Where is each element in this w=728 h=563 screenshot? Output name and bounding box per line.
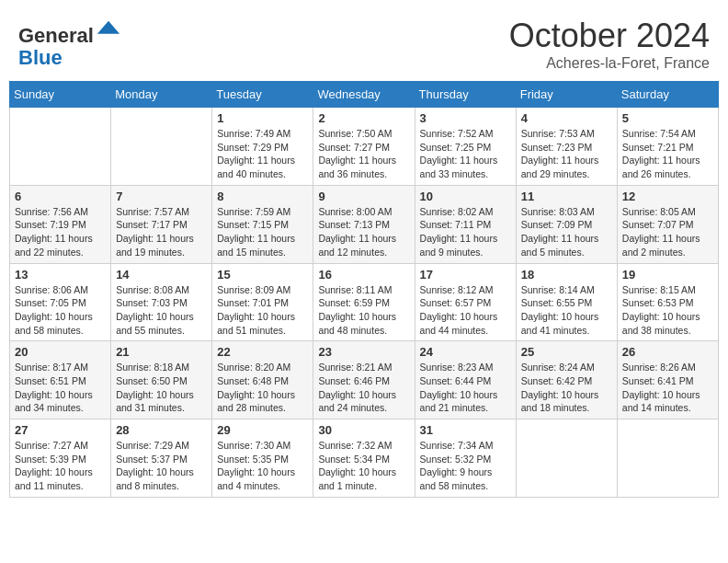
day-info: Sunrise: 7:54 AMSunset: 7:21 PMDaylight:… xyxy=(622,127,713,181)
day-info: Sunrise: 7:32 AMSunset: 5:34 PMDaylight:… xyxy=(318,439,409,493)
day-number: 22 xyxy=(217,345,308,359)
day-number: 28 xyxy=(116,423,207,437)
calendar-cell: 31Sunrise: 7:34 AMSunset: 5:32 PMDayligh… xyxy=(415,419,516,498)
day-info: Sunrise: 7:34 AMSunset: 5:32 PMDaylight:… xyxy=(420,439,511,493)
calendar-cell: 16Sunrise: 8:11 AMSunset: 6:59 PMDayligh… xyxy=(313,263,415,341)
day-info: Sunrise: 8:02 AMSunset: 7:11 PMDaylight:… xyxy=(420,205,511,259)
day-info: Sunrise: 7:29 AMSunset: 5:37 PMDaylight:… xyxy=(116,439,207,493)
location: Acheres-la-Foret, France xyxy=(509,55,710,72)
calendar-cell: 4Sunrise: 7:53 AMSunset: 7:23 PMDaylight… xyxy=(516,108,617,186)
day-info: Sunrise: 7:49 AMSunset: 7:29 PMDaylight:… xyxy=(217,127,308,181)
calendar-cell: 23Sunrise: 8:21 AMSunset: 6:46 PMDayligh… xyxy=(313,341,415,419)
calendar-cell: 6Sunrise: 7:56 AMSunset: 7:19 PMDaylight… xyxy=(10,185,111,263)
day-of-week-header: Thursday xyxy=(415,82,516,108)
title-section: October 2024 Acheres-la-Foret, France xyxy=(509,17,710,72)
calendar-cell: 30Sunrise: 7:32 AMSunset: 5:34 PMDayligh… xyxy=(313,419,415,498)
calendar-cell: 7Sunrise: 7:57 AMSunset: 7:17 PMDaylight… xyxy=(111,185,212,263)
calendar-cell: 21Sunrise: 8:18 AMSunset: 6:50 PMDayligh… xyxy=(111,341,212,419)
day-info: Sunrise: 8:26 AMSunset: 6:41 PMDaylight:… xyxy=(622,361,713,415)
day-info: Sunrise: 8:15 AMSunset: 6:53 PMDaylight:… xyxy=(622,283,713,338)
calendar-cell: 29Sunrise: 7:30 AMSunset: 5:35 PMDayligh… xyxy=(212,419,313,498)
day-of-week-header: Friday xyxy=(516,82,617,108)
day-number: 25 xyxy=(521,345,612,359)
svg-marker-0 xyxy=(97,21,119,34)
day-info: Sunrise: 7:50 AMSunset: 7:27 PMDaylight:… xyxy=(318,127,409,181)
day-info: Sunrise: 8:05 AMSunset: 7:07 PMDaylight:… xyxy=(622,205,713,259)
day-of-week-header: Tuesday xyxy=(212,82,313,108)
day-number: 31 xyxy=(420,423,511,437)
calendar-week-row: 1Sunrise: 7:49 AMSunset: 7:29 PMDaylight… xyxy=(10,108,719,186)
calendar-cell: 2Sunrise: 7:50 AMSunset: 7:27 PMDaylight… xyxy=(313,108,415,186)
calendar-week-row: 6Sunrise: 7:56 AMSunset: 7:19 PMDaylight… xyxy=(10,185,719,263)
calendar-cell: 27Sunrise: 7:27 AMSunset: 5:39 PMDayligh… xyxy=(10,419,111,498)
day-info: Sunrise: 7:30 AMSunset: 5:35 PMDaylight:… xyxy=(217,439,308,493)
day-of-week-header: Sunday xyxy=(10,82,111,108)
day-number: 21 xyxy=(116,345,207,359)
calendar-week-row: 27Sunrise: 7:27 AMSunset: 5:39 PMDayligh… xyxy=(10,419,719,498)
day-info: Sunrise: 8:17 AMSunset: 6:51 PMDaylight:… xyxy=(15,361,106,415)
calendar-cell xyxy=(10,108,111,186)
calendar-cell: 19Sunrise: 8:15 AMSunset: 6:53 PMDayligh… xyxy=(617,263,718,341)
calendar-cell: 3Sunrise: 7:52 AMSunset: 7:25 PMDaylight… xyxy=(415,108,516,186)
logo-blue: Blue xyxy=(18,46,63,69)
day-info: Sunrise: 7:59 AMSunset: 7:15 PMDaylight:… xyxy=(217,205,308,259)
day-info: Sunrise: 8:14 AMSunset: 6:55 PMDaylight:… xyxy=(521,283,612,338)
day-info: Sunrise: 7:56 AMSunset: 7:19 PMDaylight:… xyxy=(15,205,106,259)
day-number: 14 xyxy=(116,268,207,282)
day-info: Sunrise: 7:27 AMSunset: 5:39 PMDaylight:… xyxy=(15,439,106,493)
day-info: Sunrise: 8:24 AMSunset: 6:42 PMDaylight:… xyxy=(521,361,612,415)
day-number: 23 xyxy=(318,345,409,359)
day-info: Sunrise: 8:20 AMSunset: 6:48 PMDaylight:… xyxy=(217,361,308,415)
calendar-cell: 1Sunrise: 7:49 AMSunset: 7:29 PMDaylight… xyxy=(212,108,313,186)
calendar-cell: 14Sunrise: 8:08 AMSunset: 7:03 PMDayligh… xyxy=(111,263,212,341)
day-info: Sunrise: 7:53 AMSunset: 7:23 PMDaylight:… xyxy=(521,127,612,181)
calendar-cell: 25Sunrise: 8:24 AMSunset: 6:42 PMDayligh… xyxy=(516,341,617,419)
day-info: Sunrise: 7:57 AMSunset: 7:17 PMDaylight:… xyxy=(116,205,207,259)
logo-general: General xyxy=(18,24,94,47)
day-number: 2 xyxy=(318,111,409,125)
day-number: 6 xyxy=(15,190,106,203)
day-number: 1 xyxy=(217,111,308,125)
calendar-week-row: 20Sunrise: 8:17 AMSunset: 6:51 PMDayligh… xyxy=(10,341,719,419)
calendar-cell: 24Sunrise: 8:23 AMSunset: 6:44 PMDayligh… xyxy=(415,341,516,419)
calendar-cell: 12Sunrise: 8:05 AMSunset: 7:07 PMDayligh… xyxy=(617,185,718,263)
day-number: 4 xyxy=(521,111,612,125)
day-info: Sunrise: 8:00 AMSunset: 7:13 PMDaylight:… xyxy=(318,205,409,259)
day-number: 16 xyxy=(318,268,409,282)
calendar-cell xyxy=(516,419,617,498)
calendar-cell: 18Sunrise: 8:14 AMSunset: 6:55 PMDayligh… xyxy=(516,263,617,341)
day-info: Sunrise: 8:23 AMSunset: 6:44 PMDaylight:… xyxy=(420,361,511,415)
day-info: Sunrise: 8:11 AMSunset: 6:59 PMDaylight:… xyxy=(318,283,409,338)
day-number: 19 xyxy=(622,268,713,282)
day-number: 18 xyxy=(521,268,612,282)
calendar-cell: 10Sunrise: 8:02 AMSunset: 7:11 PMDayligh… xyxy=(415,185,516,263)
calendar-week-row: 13Sunrise: 8:06 AMSunset: 7:05 PMDayligh… xyxy=(10,263,719,341)
calendar-cell: 9Sunrise: 8:00 AMSunset: 7:13 PMDaylight… xyxy=(313,185,415,263)
calendar-cell: 5Sunrise: 7:54 AMSunset: 7:21 PMDaylight… xyxy=(617,108,718,186)
day-number: 24 xyxy=(420,345,511,359)
day-of-week-header: Monday xyxy=(111,82,212,108)
calendar-table: SundayMondayTuesdayWednesdayThursdayFrid… xyxy=(9,81,719,498)
day-info: Sunrise: 8:08 AMSunset: 7:03 PMDaylight:… xyxy=(116,283,207,338)
day-number: 8 xyxy=(217,190,308,203)
day-info: Sunrise: 8:12 AMSunset: 6:57 PMDaylight:… xyxy=(420,283,511,338)
day-number: 5 xyxy=(622,111,713,125)
day-number: 26 xyxy=(622,345,713,359)
calendar-cell xyxy=(617,419,718,498)
day-info: Sunrise: 8:21 AMSunset: 6:46 PMDaylight:… xyxy=(318,361,409,415)
page-header: General Blue October 2024 Acheres-la-For… xyxy=(9,9,719,75)
day-number: 29 xyxy=(217,423,308,437)
month-title: October 2024 xyxy=(509,17,710,55)
calendar-cell: 13Sunrise: 8:06 AMSunset: 7:05 PMDayligh… xyxy=(10,263,111,341)
day-of-week-header: Saturday xyxy=(617,82,718,108)
day-number: 10 xyxy=(420,190,511,203)
logo: General Blue xyxy=(18,17,121,69)
day-number: 12 xyxy=(622,190,713,203)
day-info: Sunrise: 8:06 AMSunset: 7:05 PMDaylight:… xyxy=(15,283,106,338)
day-number: 20 xyxy=(15,345,106,359)
day-number: 9 xyxy=(318,190,409,203)
calendar-cell: 11Sunrise: 8:03 AMSunset: 7:09 PMDayligh… xyxy=(516,185,617,263)
logo-icon xyxy=(96,17,121,42)
day-number: 30 xyxy=(318,423,409,437)
calendar-cell: 22Sunrise: 8:20 AMSunset: 6:48 PMDayligh… xyxy=(212,341,313,419)
